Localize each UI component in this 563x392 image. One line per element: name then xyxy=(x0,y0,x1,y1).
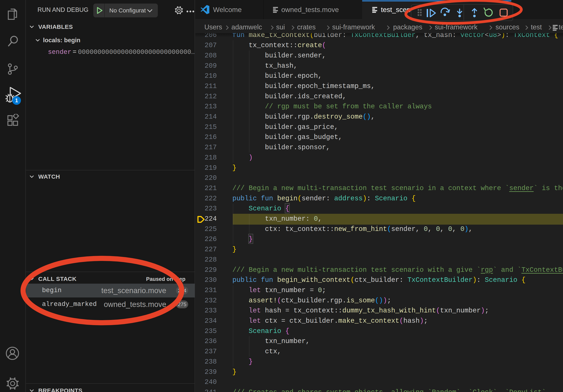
svg-text:1: 1 xyxy=(15,97,18,104)
